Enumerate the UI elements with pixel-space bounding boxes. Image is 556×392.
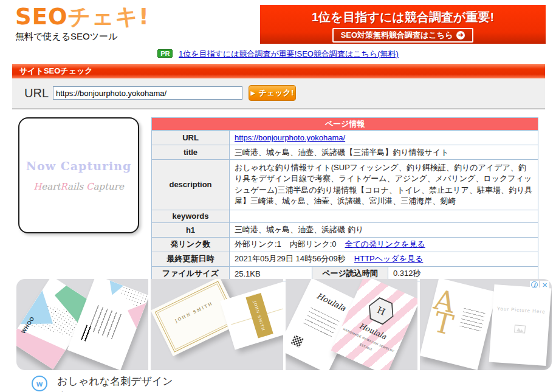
table-row-url: URL https://bonjourphoto.yokohama/	[152, 131, 538, 145]
text-lines-decoration	[88, 305, 122, 339]
ad-controls: i ✕	[530, 281, 549, 290]
logo-text-seo: SEO	[15, 4, 67, 30]
capture-letter: R	[60, 181, 67, 192]
ad-card-houlala-striped: H Houlala HANDMADE HAWAIIAN JEWELRY EST.…	[331, 279, 417, 370]
logo-title: SEOチェキ!	[15, 5, 149, 30]
description-row-label: description	[152, 160, 230, 210]
title-row-label: title	[152, 145, 230, 160]
capture-letter: apture	[93, 181, 123, 192]
site-capture-thumbnail: Now Capturing HeartRails Capture	[18, 117, 139, 233]
table-row-title: title 三崎港、城ヶ島、油壷、浜諸磯【三浦半島】釣り情報サイト	[152, 145, 538, 160]
site-logo[interactable]: SEOチェキ! 無料で使えるSEOツール	[15, 5, 149, 43]
text-lines-decoration	[459, 308, 485, 334]
info-glyph: i	[531, 281, 538, 288]
table-title: ページ情報	[152, 118, 538, 131]
ad-info-icon[interactable]: i	[530, 281, 539, 290]
top-banner-ad[interactable]: 1位を目指すには競合調査が重要! SEO対策無料競合調査はこちら ➔	[260, 5, 546, 44]
updated-row-value: 2021年05月29日 14時56分09秒HTTPヘッダを見る	[230, 252, 538, 266]
qr-code	[290, 335, 303, 348]
check-button-label: チェック!	[259, 88, 294, 98]
table-header-row: ページ情報	[152, 118, 538, 131]
url-row-value: https://bonjourphoto.yokohama/	[230, 131, 538, 145]
url-input[interactable]	[53, 86, 242, 100]
ad-card-picture-placeholder: Your Picture Here	[489, 284, 551, 366]
url-row-label: URL	[152, 131, 230, 145]
outlinks-view-all-link[interactable]: 全ての発リンクを見る	[345, 239, 425, 249]
capture-status-text: Now Capturing	[26, 159, 132, 173]
table-row-last-updated: 最終更新日時 2021年05月29日 14時56分09秒HTTPヘッダを見る	[152, 252, 538, 266]
table-row-outlinks: 発リンク数 外部リンク:1内部リンク:0全ての発リンクを見る	[152, 237, 538, 252]
keywords-row-value	[230, 210, 538, 222]
advertiser-logo-icon: w	[32, 376, 47, 391]
page-info-table: ページ情報 URL https://bonjourphoto.yokohama/…	[151, 117, 538, 281]
capture-letter: ails	[67, 181, 86, 192]
ad-card-geometric-back	[67, 279, 148, 370]
outlinks-internal-count: 内部リンク:0	[290, 239, 337, 249]
ad-card-monogram: A T	[420, 279, 497, 370]
table-row-h1: h1 三崎港、城ヶ島、油壷、浜諸磯 釣り	[152, 222, 538, 237]
pr-badge: PR	[157, 49, 173, 58]
section-title-bar: サイトSEOチェック	[12, 64, 545, 78]
capture-letter: eart	[41, 181, 60, 192]
url-link[interactable]: https://bonjourphoto.yokohama/	[235, 133, 345, 142]
capture-letter: C	[86, 181, 93, 192]
play-triangle-icon: ▶	[251, 90, 255, 96]
arrow-circle-icon: ➔	[456, 31, 465, 40]
ad-panel-gold-cards[interactable]: JOHN SMITH JOHN SMITH	[151, 279, 283, 370]
image-placeholder-icon	[514, 325, 526, 333]
ad-carousel: WHOO JOHN SMITH JOHN SMITH Houlala	[16, 279, 552, 370]
check-button[interactable]: ▶ チェック!	[249, 85, 296, 101]
logo-text-cheki: チェキ!	[67, 4, 149, 30]
h1-row-label: h1	[152, 222, 230, 237]
ad-panel-geometric-cards[interactable]: WHOO	[16, 279, 148, 370]
updated-row-label: 最終更新日時	[152, 252, 230, 266]
text-lines-decoration	[81, 325, 92, 342]
ad-caption-text: おしゃれな名刺デザイン whoo	[57, 374, 173, 392]
url-check-form: URL ▶ チェック!	[12, 78, 545, 109]
ad-close-icon[interactable]: ✕	[540, 281, 549, 290]
text-lines-decoration	[303, 308, 339, 338]
capture-letter: H	[33, 181, 41, 192]
banner-cta-label: SEO対策無料競合調査はこちら	[341, 30, 453, 41]
ad-panel-monogram-cards[interactable]: A T Your Picture Here i ✕	[420, 279, 552, 370]
banner-headline: 1位を目指すには競合調査が重要!	[260, 9, 546, 26]
table-row-description: description おしゃれな釣り情報サイト(SUPフィッシング、釣り餌検証…	[152, 160, 538, 210]
description-row-value: おしゃれな釣り情報サイト(SUPフィッシング、釣り餌検証、釣りのアイデア、釣り具…	[230, 160, 538, 210]
ad-panel-houlala-cards[interactable]: Houlala H Houlala HANDMADE HAWAIIAN JEWE…	[286, 279, 417, 370]
outlinks-row-value: 外部リンク:1内部リンク:0全ての発リンクを見る	[230, 237, 538, 252]
outlinks-row-label: 発リンク数	[152, 237, 230, 252]
john-smith-name: JOHN SMITH	[253, 300, 266, 331]
capture-provider-text: HeartRails Capture	[33, 181, 124, 192]
pr-line: PR 1位を目指すには競合調査が重要!SEO競合調査はこちら(無料)	[0, 49, 556, 60]
logo-subtitle: 無料で使えるSEOツール	[15, 31, 149, 43]
hexagon-logo: H	[363, 294, 399, 328]
section-title: サイトSEOチェック	[19, 66, 93, 75]
ad-caption[interactable]: w おしゃれな名刺デザイン whoo	[32, 374, 173, 392]
updated-datetime: 2021年05月29日 14時56分09秒	[235, 254, 346, 263]
keywords-row-label: keywords	[152, 210, 230, 222]
outlinks-external-count: 外部リンク:1	[235, 239, 281, 249]
title-row-value: 三崎港、城ヶ島、油壷、浜諸磯【三浦半島】釣り情報サイト	[230, 145, 538, 160]
table-row-keywords: keywords	[152, 210, 538, 222]
url-label: URL	[24, 86, 49, 100]
http-header-link[interactable]: HTTPヘッダを見る	[354, 254, 423, 263]
h1-row-value: 三崎港、城ヶ島、油壷、浜諸磯 釣り	[230, 222, 538, 237]
ad-card-gold-band: JOHN SMITH	[220, 281, 283, 349]
hexagon-letter: H	[365, 295, 397, 327]
pr-ad-link[interactable]: 1位を目指すには競合調査が重要!SEO競合調査はこちら(無料)	[179, 49, 399, 58]
banner-cta-button[interactable]: SEO対策無料競合調査はこちら ➔	[332, 28, 474, 43]
your-picture-text: Your Picture Here	[492, 305, 550, 317]
ad-caption-title: おしゃれな名刺デザイン	[57, 374, 173, 388]
